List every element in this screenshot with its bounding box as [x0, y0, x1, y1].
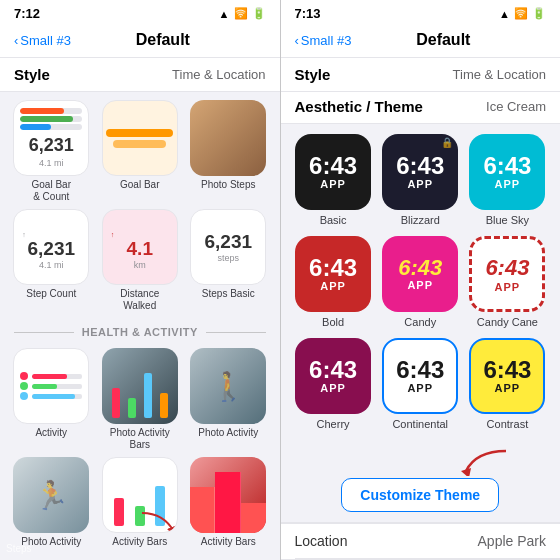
theme-name-blizzard: Blizzard: [401, 214, 440, 226]
theme-name-basic: Basic: [320, 214, 347, 226]
theme-name-continental: Continental: [392, 418, 448, 430]
widget-photo-activity-bars[interactable]: Photo ActivityBars: [99, 348, 182, 451]
widget-photo-steps[interactable]: Steps Photo Steps: [187, 100, 270, 203]
theme-cherry[interactable]: 6:43 APP Cherry: [295, 338, 372, 430]
style-value: Time & Location: [172, 67, 265, 82]
right-content: Style Time & Location Aesthetic / Theme …: [281, 58, 561, 560]
right-nav-bar: ‹ Small #3 Default ···: [281, 25, 561, 58]
right-back-button[interactable]: ‹ Small #3: [295, 33, 352, 48]
widget-label-activity-bars2: Activity Bars: [201, 536, 256, 548]
right-battery-icon: 🔋: [532, 7, 546, 20]
widget-label-goal-bar-count: Goal Bar& Count: [32, 179, 71, 203]
right-status-icons: ▲ 🛜 🔋: [499, 7, 546, 20]
theme-header[interactable]: Aesthetic / Theme Ice Cream: [281, 92, 561, 124]
widget-label-step-count: Step Count: [26, 288, 76, 300]
left-nav-bar: ‹ Small #3 Default ···: [0, 25, 280, 58]
theme-continental[interactable]: 6:43 APP Continental: [382, 338, 459, 430]
signal-icon: ▲: [219, 8, 230, 20]
widget-goal-bar[interactable]: Goal Bar: [99, 100, 182, 203]
theme-box-cherry: 6:43 APP: [295, 338, 371, 414]
theme-box-candycane: 6:43 APP: [469, 236, 545, 312]
right-style-label: Style: [295, 66, 331, 83]
widget-box-distance-walked: ↑ 4.1 km: [102, 209, 178, 285]
widget-goal-bar-count[interactable]: 6,231 4.1 mi Goal Bar& Count: [10, 100, 93, 203]
customize-section: Customize Theme: [281, 440, 561, 522]
health-activity-divider: Health & Activity: [0, 320, 280, 344]
red-arrow-icon: [137, 508, 178, 533]
theme-box-bold: 6:43 APP: [295, 236, 371, 312]
widget-photo-activity2[interactable]: 🏃 Photo Activity: [10, 457, 93, 548]
right-status-bar: 7:13 ▲ 🛜 🔋: [281, 0, 561, 25]
theme-name-candycane: Candy Cane: [477, 316, 538, 328]
widget-box-step-count: ↑ 6,231 4.1 mi: [13, 209, 89, 285]
theme-candycane[interactable]: 6:43 APP Candy Cane: [469, 236, 546, 328]
style-label: Style: [14, 66, 50, 83]
widget-box-goal-bar-count: 6,231 4.1 mi: [13, 100, 89, 176]
theme-bold[interactable]: 6:43 APP Bold: [295, 236, 372, 328]
progress-bars: [20, 108, 82, 130]
left-panel: 7:12 ▲ 🛜 🔋 ‹ Small #3 Default ··· Style …: [0, 0, 280, 560]
widget-step-count[interactable]: ↑ 6,231 4.1 mi Step Count: [10, 209, 93, 312]
theme-blizzard[interactable]: 🔒 6:43 APP Blizzard: [382, 134, 459, 226]
theme-name-cherry: Cherry: [317, 418, 350, 430]
theme-name-candy: Candy: [404, 316, 436, 328]
theme-aesthetic-value: Ice Cream: [486, 99, 546, 114]
theme-bluesky[interactable]: 6:43 APP Blue Sky: [469, 134, 546, 226]
theme-box-contrast: 6:43 APP: [469, 338, 545, 414]
lock-icon: 🔒: [441, 137, 453, 148]
widget-label-steps-basic: Steps Basic: [202, 288, 255, 300]
widget-activity[interactable]: Activity: [10, 348, 93, 451]
widget-box-goal-bar: [102, 100, 178, 176]
widget-label-goal-bar: Goal Bar: [120, 179, 159, 191]
widget-label-photo-activity: Photo Activity: [198, 427, 258, 439]
widget-box-photo-activity2: 🏃: [13, 457, 89, 533]
widget-label-photo-steps: Photo Steps: [201, 179, 255, 191]
theme-candy[interactable]: 6:43 APP Candy: [382, 236, 459, 328]
widget-label-distance-walked: DistanceWalked: [120, 288, 159, 312]
widget-box-photo-steps: Steps: [190, 100, 266, 176]
theme-basic[interactable]: 6:43 APP Basic: [295, 134, 372, 226]
widget-photo-activity[interactable]: 🚶 Photo Activity: [187, 348, 270, 451]
location-row-right[interactable]: Location Apple Park: [281, 523, 561, 558]
theme-name-bluesky: Blue Sky: [486, 214, 529, 226]
customize-theme-button[interactable]: Customize Theme: [341, 478, 499, 512]
theme-box-candy: 6:43 APP: [382, 236, 458, 312]
theme-name-contrast: Contrast: [487, 418, 529, 430]
widget-activity-bars2[interactable]: Activity Bars: [187, 457, 270, 548]
theme-grid: 6:43 APP Basic 🔒 6:43 APP Blizzard 6:43 …: [281, 124, 561, 440]
widget-activity-bars[interactable]: Activity Bars: [99, 457, 182, 548]
theme-box-blizzard: 🔒 6:43 APP: [382, 134, 458, 210]
widget-box-activity: [13, 348, 89, 424]
right-wifi-icon: 🛜: [514, 7, 528, 20]
right-style-value: Time & Location: [453, 67, 546, 82]
left-nav-title: Default: [136, 31, 190, 49]
widget-box-activity-bars2: [190, 457, 266, 533]
theme-box-continental: 6:43 APP: [382, 338, 458, 414]
wifi-icon: 🛜: [234, 7, 248, 20]
widget-label-activity: Activity: [35, 427, 67, 439]
widget-box-activity-bars: [102, 457, 178, 533]
right-style-row[interactable]: Style Time & Location: [281, 58, 561, 92]
location-label-right: Location: [295, 533, 348, 549]
theme-box-basic: 6:43 APP: [295, 134, 371, 210]
widget-steps-basic[interactable]: 6,231 steps Steps Basic: [187, 209, 270, 312]
right-signal-icon: ▲: [499, 8, 510, 20]
widget-label-activity-bars: Activity Bars: [112, 536, 167, 548]
left-status-icons: ▲ 🛜 🔋: [219, 7, 266, 20]
widget-label-photo-activity-bars: Photo ActivityBars: [110, 427, 170, 451]
right-time: 7:13: [295, 6, 321, 21]
left-content: Style Time & Location 6,231 4.1 mi Goal …: [0, 58, 280, 560]
arrow-container: [295, 446, 547, 476]
right-panel: 7:13 ▲ 🛜 🔋 ‹ Small #3 Default ··· Style …: [281, 0, 561, 560]
left-status-bar: 7:12 ▲ 🛜 🔋: [0, 0, 280, 25]
style-row[interactable]: Style Time & Location: [0, 58, 280, 92]
widget-distance-walked[interactable]: ↑ 4.1 km DistanceWalked: [99, 209, 182, 312]
theme-aesthetic-label: Aesthetic / Theme: [295, 98, 423, 115]
location-value-right: Apple Park: [478, 533, 546, 549]
left-time: 7:12: [14, 6, 40, 21]
customize-arrow-icon: [456, 446, 516, 476]
theme-contrast[interactable]: 6:43 APP Contrast: [469, 338, 546, 430]
right-nav-title: Default: [416, 31, 470, 49]
left-back-button[interactable]: ‹ Small #3: [14, 33, 71, 48]
theme-name-bold: Bold: [322, 316, 344, 328]
